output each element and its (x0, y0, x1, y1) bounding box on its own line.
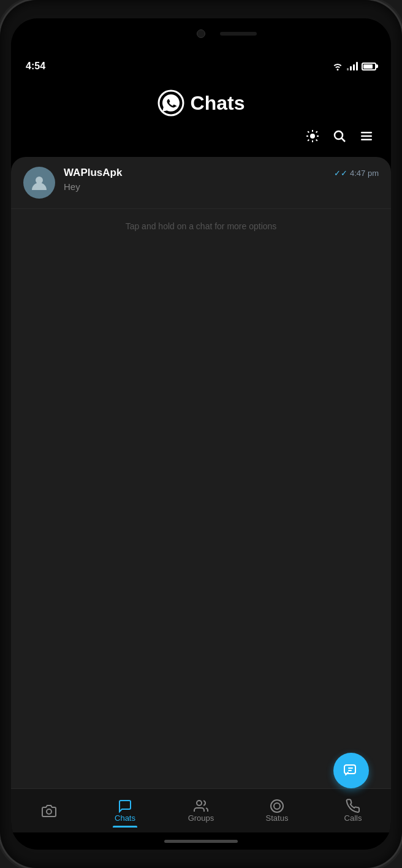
signal-icon (347, 62, 358, 70)
speaker-notch (220, 32, 257, 36)
svg-line-9 (308, 140, 309, 141)
status-nav-icon (270, 799, 284, 813)
camera-notch (197, 29, 205, 38)
chat-item-header: WAPlusApk ✓✓ 4:47 pm (64, 167, 379, 179)
nav-item-chats[interactable]: Chats (87, 794, 163, 828)
chat-name: WAPlusApk (64, 167, 122, 179)
svg-line-6 (308, 131, 309, 132)
header-area: Chats (11, 77, 391, 157)
nav-item-calls[interactable]: Calls (315, 794, 391, 828)
fab-area (333, 753, 369, 788)
nav-item-status[interactable]: Status (239, 794, 315, 828)
calls-nav-icon (346, 799, 360, 813)
nav-label-status: Status (266, 813, 289, 823)
chat-content: WAPlusApk ✓✓ 4:47 pm Hey (64, 167, 379, 192)
menu-icon[interactable] (359, 129, 374, 147)
svg-point-19 (47, 809, 51, 814)
chat-list: WAPlusApk ✓✓ 4:47 pm Hey Tap and hold on… (11, 157, 391, 788)
chats-nav-icon (118, 799, 132, 813)
bottom-nav: Chats Groups Status (11, 788, 391, 832)
svg-point-20 (197, 801, 202, 805)
chat-preview: Hey (64, 181, 379, 192)
svg-point-22 (274, 803, 280, 809)
phone-frame: 4:54 (0, 0, 402, 868)
svg-rect-14 (361, 139, 372, 141)
nav-label-chats: Chats (115, 813, 135, 823)
chat-time: ✓✓ 4:47 pm (334, 169, 379, 178)
new-chat-icon (343, 763, 359, 779)
home-indicator (11, 832, 391, 850)
nav-label-calls: Calls (344, 813, 362, 823)
svg-rect-12 (361, 132, 372, 134)
chat-timestamp: 4:47 pm (350, 169, 379, 178)
app-title: Chats (26, 89, 376, 116)
svg-rect-13 (361, 135, 372, 137)
new-chat-fab[interactable] (333, 753, 369, 788)
screen: 4:54 (11, 18, 391, 850)
avatar (23, 167, 55, 199)
hint-text: Tap and hold on a chat for more options (11, 209, 391, 231)
notch-area (11, 18, 391, 55)
svg-line-7 (316, 140, 317, 141)
person-icon (29, 173, 49, 192)
chat-item[interactable]: WAPlusApk ✓✓ 4:47 pm Hey (11, 157, 391, 209)
status-icons (332, 62, 376, 70)
wifi-icon (332, 62, 343, 70)
svg-line-8 (316, 131, 317, 132)
status-bar: 4:54 (11, 55, 391, 77)
status-time: 4:54 (26, 61, 45, 72)
svg-point-1 (310, 134, 315, 139)
nav-item-camera[interactable] (11, 799, 87, 823)
read-receipt-icon: ✓✓ (334, 169, 347, 178)
groups-nav-icon (194, 799, 208, 813)
home-bar (164, 840, 238, 843)
svg-point-21 (271, 800, 283, 812)
whatsapp-logo (157, 89, 184, 116)
nav-label-groups: Groups (188, 813, 214, 823)
svg-point-10 (335, 131, 343, 139)
battery-icon (362, 63, 376, 70)
theme-icon[interactable] (305, 129, 320, 147)
search-icon[interactable] (332, 129, 347, 147)
svg-rect-16 (344, 765, 355, 774)
svg-line-11 (342, 139, 346, 142)
nav-item-groups[interactable]: Groups (163, 794, 239, 828)
camera-nav-icon (42, 804, 56, 818)
main-content: Chats (11, 77, 391, 788)
toolbar (26, 129, 376, 147)
page-title: Chats (191, 92, 245, 115)
